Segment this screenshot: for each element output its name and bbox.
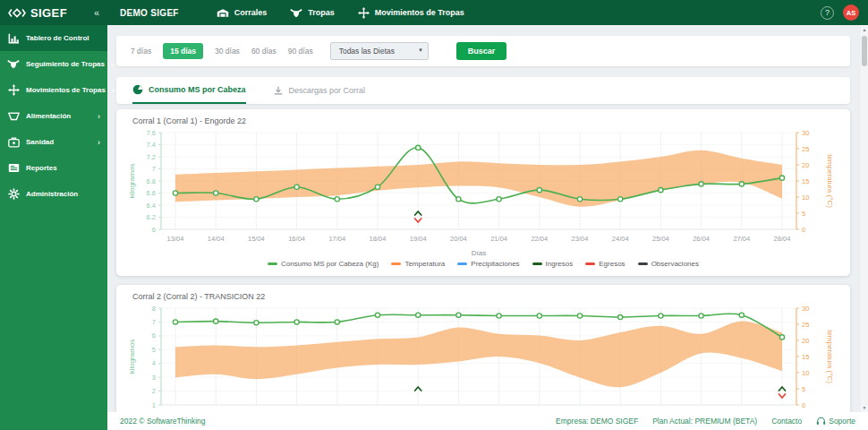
svg-text:4: 4 <box>152 359 156 367</box>
scrollbar-thumb[interactable] <box>862 36 867 66</box>
support-label: Soporte <box>829 417 855 426</box>
svg-text:5: 5 <box>802 385 805 393</box>
legend-item-egresos[interactable]: Egresos <box>585 260 625 268</box>
legend-swatch <box>268 262 277 265</box>
footer: 2022 © SoftwareThinking Empresa: DEMO SI… <box>107 412 868 430</box>
svg-text:30: 30 <box>802 129 809 137</box>
first-aid-kit-icon <box>7 136 20 148</box>
svg-text:21/04: 21/04 <box>490 235 507 243</box>
sidebar-item-seguimiento-de-tropas[interactable]: Seguimiento de Tropas › <box>0 51 107 77</box>
legend-swatch <box>391 262 401 265</box>
report-icon <box>7 163 20 173</box>
user-avatar[interactable]: AS <box>843 4 859 21</box>
legend-item-ingresos[interactable]: Ingresos <box>532 260 574 268</box>
legend-item-consumo[interactable]: Consumo MS por Cabeza (Kg) <box>268 260 379 268</box>
legend-item-precipitaciones[interactable]: Precipitaciones <box>457 260 519 268</box>
svg-text:30: 30 <box>802 305 809 313</box>
submenu-chevron-icon: › <box>98 112 100 121</box>
sidebar-item-label: Tablero de Control <box>26 34 89 42</box>
svg-text:27/04: 27/04 <box>733 235 750 243</box>
tab-consumo-ms-por-cabeza[interactable]: Consumo MS por Cabeza <box>132 77 246 104</box>
nav-movimientos[interactable]: Movimientos de Tropas <box>358 7 464 19</box>
top-header: SIGEF « DEMO SIGEF Corrales Tropas Movim… <box>0 0 868 25</box>
app-logo[interactable]: SIGEF <box>8 6 67 20</box>
legend-swatch <box>638 262 648 265</box>
pie-chart-icon <box>132 84 143 95</box>
chart-corral-1-canvas: 7.67.47.276.86.66.46.2630252015105013/04… <box>125 127 841 262</box>
sidebar-item-tablero-de-control[interactable]: Tablero de Control <box>0 25 107 51</box>
range-button-90-dias[interactable]: 90 días <box>288 47 313 56</box>
footer-company: Empresa: DEMO SIGEF <box>556 417 638 426</box>
svg-text:18/04: 18/04 <box>370 235 387 243</box>
help-button[interactable]: ? <box>821 6 834 20</box>
svg-text:22/04: 22/04 <box>531 235 548 243</box>
svg-text:6.2: 6.2 <box>147 213 156 221</box>
cow-icon <box>290 8 302 18</box>
headset-icon <box>816 417 826 426</box>
tab-descargas-por-corral[interactable]: Descargas por Corral <box>273 77 366 104</box>
legend-swatch <box>457 262 467 265</box>
sidebar: Tablero de Control Seguimiento de Tropas… <box>0 25 107 430</box>
legend-item-temperatura[interactable]: Temperatura <box>391 260 445 268</box>
sidebar-item-movimientos-de-tropas[interactable]: Movimientos de Tropas › <box>0 77 107 103</box>
svg-text:5: 5 <box>152 346 156 354</box>
svg-text:temperatura (°C): temperatura (°C) <box>826 330 834 383</box>
diet-select[interactable]: Todas las Dietas ▾ <box>330 42 429 60</box>
legend-label: Temperatura <box>404 260 445 268</box>
submenu-chevron-icon: › <box>98 138 100 147</box>
sidebar-item-label: Seguimiento de Tropas <box>26 60 105 68</box>
sidebar-item-sanidad[interactable]: Sanidad › <box>0 129 107 155</box>
svg-text:7: 7 <box>152 165 156 173</box>
vertical-scrollbar[interactable]: ▲ ▼ <box>861 25 868 412</box>
chart-title: Corral 2 (Corral 2) - TRANSICION 22 <box>125 290 841 303</box>
svg-text:20/04: 20/04 <box>450 235 467 243</box>
scroll-down-arrow-icon[interactable]: ▼ <box>861 405 868 410</box>
svg-text:10: 10 <box>802 369 809 377</box>
svg-text:5: 5 <box>802 210 805 218</box>
legend-label: Consumo MS por Cabeza (Kg) <box>281 260 379 268</box>
svg-text:13/04: 13/04 <box>167 235 184 243</box>
svg-text:6: 6 <box>152 226 156 234</box>
feed-trough-icon <box>7 111 20 121</box>
sidebar-item-label: Reportes <box>26 164 57 172</box>
brand-zone: SIGEF « <box>0 6 107 20</box>
svg-text:17/04: 17/04 <box>328 235 345 243</box>
logo-text: SIGEF <box>30 6 67 20</box>
svg-text:23/04: 23/04 <box>572 235 589 243</box>
sidebar-item-alimentacion[interactable]: Alimentación › <box>0 103 107 129</box>
svg-text:kilogramos: kilogramos <box>128 164 136 199</box>
support-link[interactable]: Soporte <box>816 417 855 426</box>
sidebar-item-administracion[interactable]: Administración <box>0 181 107 207</box>
sidebar-item-reportes[interactable]: Reportes <box>0 155 107 181</box>
gear-icon <box>7 188 20 200</box>
range-button-30-dias[interactable]: 30 días <box>215 47 240 56</box>
svg-text:0: 0 <box>802 401 805 409</box>
range-button-15-dias-selected[interactable]: 15 días <box>163 43 203 59</box>
submenu-chevron-icon: › <box>112 86 115 95</box>
download-icon <box>273 85 284 96</box>
svg-text:14/04: 14/04 <box>208 235 225 243</box>
svg-text:Días: Días <box>472 249 486 257</box>
nav-tropas[interactable]: Tropas <box>290 8 335 18</box>
svg-text:16/04: 16/04 <box>288 235 305 243</box>
sidebar-item-label: Movimientos de Tropas <box>26 86 106 94</box>
legend-label: Ingresos <box>546 260 574 268</box>
copyright-text: 2022 © SoftwareThinking <box>120 417 206 426</box>
chart-corral-2-canvas: 8765432130252015105013/0414/0415/0416/04… <box>125 303 841 412</box>
search-button[interactable]: Buscar <box>456 42 507 60</box>
legend-item-observaciones[interactable]: Observaciones <box>638 260 699 268</box>
footer-plan: Plan Actual: PREMIUM (BETA) <box>652 417 757 426</box>
svg-text:3: 3 <box>152 374 156 382</box>
contact-link[interactable]: Contacto <box>771 417 802 426</box>
scroll-up-arrow-icon[interactable]: ▲ <box>861 27 868 32</box>
main-content: 7 días 15 días 30 días 60 días 90 días T… <box>107 25 861 412</box>
nav-corrales[interactable]: Corrales <box>217 8 268 18</box>
svg-text:7: 7 <box>152 318 156 326</box>
svg-text:19/04: 19/04 <box>410 235 427 243</box>
range-button-60-dias[interactable]: 60 días <box>251 47 277 56</box>
sidebar-collapse-button[interactable]: « <box>94 7 99 18</box>
svg-text:15: 15 <box>802 353 809 361</box>
svg-text:7.2: 7.2 <box>147 153 156 161</box>
range-button-7-dias[interactable]: 7 días <box>131 47 151 56</box>
svg-text:2: 2 <box>152 387 156 395</box>
